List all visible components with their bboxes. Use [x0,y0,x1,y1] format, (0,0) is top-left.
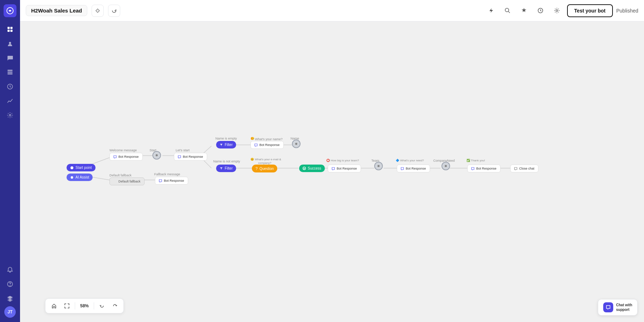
chat-support-button[interactable]: Chat withsupport [598,299,638,316]
settings-button[interactable] [551,4,564,17]
node-welcome-bot-response[interactable]: Bot Response [109,153,143,161]
history-button[interactable] [534,4,547,17]
node-success[interactable]: Success [299,165,325,172]
node-lets-start-bot-response[interactable]: Bot Response [174,153,207,161]
node-start-point-label: Start point [75,166,92,170]
node-close-chat[interactable]: Close chat [510,165,538,172]
node-team-bot-response[interactable]: Bot Response [328,165,361,172]
welcome-message-label: Welcome message [109,148,137,152]
toolbar-divider-2 [94,302,94,309]
svg-point-38 [156,154,158,156]
node-start-connector[interactable] [152,151,161,160]
node-fallback-bot-response-label: Bot Response [164,179,184,182]
sidebar-bottom: JT [4,263,16,318]
node-ai-assist-label: AI Assist [75,175,89,179]
node-filter-name-not-empty[interactable]: Filter [216,165,236,172]
user-avatar[interactable]: JT [4,306,16,318]
sidebar-item-analytics[interactable] [4,94,16,107]
home-view-button[interactable] [49,301,59,311]
node-ai-assist[interactable]: AI Assist [67,174,93,181]
flow-canvas[interactable]: Start point AI Assist Default fallback D… [20,21,644,322]
chat-support-label: Chat withsupport [616,303,632,312]
svg-point-12 [10,286,10,286]
node-start-point[interactable]: Start point [67,164,96,171]
whats-your-name-label: 😊 What's your name? [250,137,283,141]
node-question-label: Question [259,167,274,171]
node-fallback-bot-response[interactable]: Bot Response [155,177,188,185]
node-welcome-bot-response-label: Bot Response [118,155,139,158]
node-default-fallback-label: Default fallback [118,180,141,183]
node-thankyou-bot-response-label: Bot Response [476,167,497,170]
sidebar-item-notifications[interactable] [4,263,16,276]
main-content: H2Woah Sales Lead [20,0,644,322]
lets-start-label-above: Let's start [176,148,190,152]
header-actions: Test your bot Published [485,4,638,17]
svg-point-13 [505,8,509,12]
svg-point-41 [295,143,297,145]
name-empty-label: Name is empty [215,137,237,140]
node-need-bot-response[interactable]: Bot Response [397,165,430,172]
node-filter-name-not-empty-label: Filter [225,166,233,170]
sidebar-item-data[interactable] [4,66,16,79]
flow-diagram: Start point AI Assist Default fallback D… [20,21,644,322]
svg-rect-1 [8,27,10,29]
svg-rect-8 [8,73,13,74]
undo-button[interactable] [97,301,107,311]
whats-your-need-label: 🔷 What's your need? [396,159,424,162]
toolbar-divider-1 [75,302,75,309]
node-team-bot-response-label: Bot Response [337,167,357,170]
sidebar-item-academy[interactable] [4,292,16,305]
svg-point-43 [377,165,380,167]
sidebar-item-conversations[interactable] [4,52,16,64]
node-company-need-connector[interactable] [441,162,450,170]
chat-support-icon [603,302,613,312]
svg-rect-7 [8,72,13,73]
thankyou-label: ✅ Thank you! [467,159,485,162]
svg-rect-4 [10,30,13,32]
email-label: 😊 What's your e-mail &company? [250,157,279,165]
node-default-fallback[interactable]: Default fallback [109,177,145,185]
node-name-bot-response[interactable]: Bot Response [250,141,284,149]
auto-arrange-button[interactable] [92,5,104,17]
node-name-bot-response-label: Bot Response [259,143,280,147]
fit-view-button[interactable] [62,301,72,311]
how-big-team-label: ⭕ How big is your team? [326,159,359,162]
node-close-chat-label: Close chat [519,167,535,170]
node-thankyou-bot-response[interactable]: Bot Response [467,165,501,172]
svg-line-14 [508,11,510,13]
lightning-button[interactable] [485,4,498,17]
node-name-connector[interactable] [292,140,301,148]
sidebar-item-dashboard[interactable] [4,23,16,36]
node-default-fallback-label-above: Default fallback [109,174,132,177]
app-logo[interactable] [4,4,16,17]
svg-point-16 [556,10,558,11]
svg-point-10 [9,114,11,116]
header: H2Woah Sales Lead [20,0,644,21]
redo-button[interactable] [110,301,120,311]
svg-rect-3 [8,30,10,32]
page-title: H2Woah Sales Lead [26,5,87,16]
node-lets-start-bot-response-label: Bot Response [183,155,203,158]
svg-rect-2 [10,27,13,29]
sidebar: JT [0,0,20,322]
node-team-connector[interactable] [374,162,383,170]
svg-point-5 [9,42,11,44]
refresh-button[interactable] [108,5,120,17]
ai-button[interactable] [518,4,531,17]
test-bot-button[interactable]: Test your bot [567,4,613,17]
search-button[interactable] [501,4,514,17]
published-status: Published [616,8,639,14]
bottom-toolbar: 58% [45,298,124,313]
zoom-level: 58% [78,303,91,308]
svg-point-44 [445,165,447,167]
node-need-bot-response-label: Bot Response [406,167,426,170]
sidebar-item-settings[interactable] [4,109,16,122]
node-filter-name-empty[interactable]: Filter [216,141,236,148]
node-question[interactable]: ? Question [252,165,277,172]
sidebar-item-history[interactable] [4,80,16,93]
node-success-label: Success [308,166,321,170]
sidebar-item-help[interactable] [4,278,16,291]
node-filter-name-empty-label: Filter [225,143,233,147]
svg-text:😊: 😊 [252,137,254,140]
sidebar-item-contacts[interactable] [4,37,16,50]
